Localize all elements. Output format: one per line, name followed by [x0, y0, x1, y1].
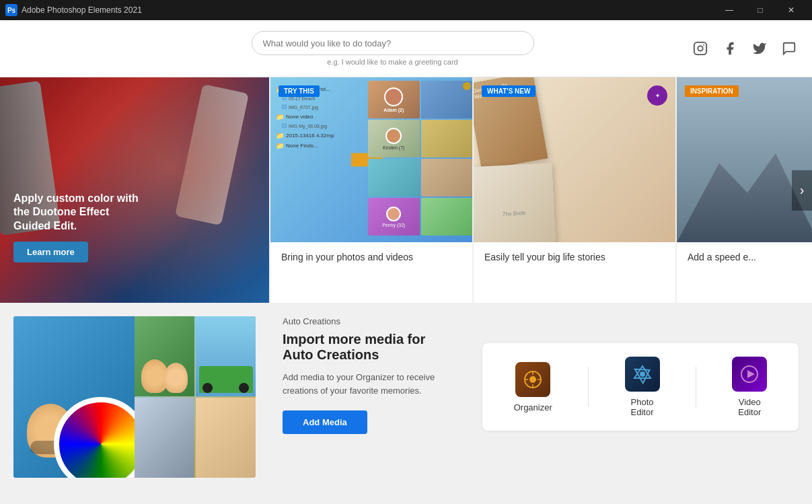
featured-card-background: Apply custom color with the Duotone Effe… [0, 77, 269, 303]
learn-more-button[interactable]: Learn more [13, 242, 88, 262]
search-input[interactable] [252, 31, 534, 55]
divider-2 [696, 367, 696, 407]
svg-point-4 [529, 376, 536, 383]
bring-photos-description: Bring in your photos and videos [281, 252, 462, 262]
collage-cell-1 [135, 316, 194, 396]
social-links [691, 39, 799, 58]
facebook-icon[interactable] [721, 39, 739, 58]
inspiration-badge: INSPIRATION [685, 85, 739, 97]
svg-rect-0 [694, 42, 706, 55]
svg-point-10 [640, 371, 645, 377]
video-editor-icon [732, 357, 767, 392]
photo-editor-icon [625, 357, 660, 392]
collage-cell-3 [135, 398, 194, 478]
auto-creations-image [13, 316, 256, 478]
import-description: Add media to your Organizer to receive c… [283, 371, 455, 397]
bring-photos-card[interactable]: TRY THIS 📁2017-07-01 Krist... 🖼05-17 Bea… [270, 77, 472, 303]
svg-marker-13 [747, 370, 755, 378]
speed-card-content: Add a speed e... [677, 242, 812, 272]
video-editor-label: VideoEditor [738, 397, 761, 417]
search-hint: e.g. I would like to make a greeting car… [327, 58, 457, 66]
ai-badge-icon: ✦ [647, 85, 667, 106]
app-launch-section: Organizer PhotoEditor [482, 343, 799, 431]
featured-card: Apply custom color with the Duotone Effe… [0, 77, 269, 303]
collage-left [13, 316, 135, 478]
life-stories-content: Easily tell your big life stories [474, 242, 675, 272]
chat-icon[interactable] [780, 39, 799, 58]
auto-creations-text: Auto Creations Import more media for Aut… [276, 316, 462, 478]
featured-card-description: Apply custom color with the Duotone Effe… [13, 192, 148, 233]
life-stories-card[interactable]: WHAT'S NEW ✦ Jane & Paul's Wedding The B… [474, 77, 675, 303]
wedding-stack: Jane & Paul's Wedding The Bride The Groo… [474, 77, 675, 242]
collage-cell-2 [196, 316, 256, 396]
carousel-next-button[interactable]: › [792, 170, 812, 211]
organizer-label: Organizer [514, 402, 552, 412]
auto-creations-label: Auto Creations [283, 316, 455, 326]
minimize-button[interactable]: — [714, 0, 745, 20]
close-button[interactable]: ✕ [776, 0, 807, 20]
whats-new-badge: WHAT'S NEW [482, 85, 536, 97]
divider-1 [588, 367, 589, 407]
app-icon: Ps [5, 4, 17, 16]
collage-right [135, 316, 256, 478]
photo-editor-launcher[interactable]: PhotoEditor [612, 350, 673, 424]
maximize-button[interactable]: □ [745, 0, 776, 20]
life-stories-description: Easily tell your big life stories [484, 252, 665, 262]
photo-editor-label: PhotoEditor [631, 397, 654, 417]
svg-point-2 [703, 44, 704, 46]
twitter-icon[interactable] [750, 39, 769, 58]
window-controls: — □ ✕ [714, 0, 807, 20]
instagram-icon[interactable] [691, 39, 710, 58]
video-editor-launcher[interactable]: VideoEditor [718, 350, 780, 424]
bottom-section: Auto Creations Import more media for Aut… [0, 303, 812, 491]
search-container: e.g. I would like to make a greeting car… [94, 31, 691, 66]
speed-card-image: INSPIRATION [677, 77, 812, 242]
speed-card-description: Add a speed e... [688, 252, 807, 262]
svg-point-1 [698, 46, 702, 50]
wedding-book-2: The Bride [474, 163, 557, 242]
featured-card-text: Apply custom color with the Duotone Effe… [13, 192, 148, 262]
bring-photos-content: Bring in your photos and videos [270, 242, 472, 272]
titlebar: Ps Adobe Photoshop Elements 2021 — □ ✕ [0, 0, 812, 20]
life-stories-image: WHAT'S NEW ✦ Jane & Paul's Wedding The B… [474, 77, 675, 242]
try-this-badge: TRY THIS [279, 85, 320, 97]
add-media-button[interactable]: Add Media [283, 410, 367, 434]
app-title: Adobe Photoshop Elements 2021 [22, 5, 714, 15]
organizer-launcher[interactable]: Organizer [501, 355, 566, 419]
header: e.g. I would like to make a greeting car… [0, 20, 812, 77]
bring-photos-image: TRY THIS 📁2017-07-01 Krist... 🖼05-17 Bea… [270, 77, 472, 242]
organizer-icon [515, 362, 550, 397]
carousel: Apply custom color with the Duotone Effe… [0, 77, 812, 303]
main-content: Apply custom color with the Duotone Effe… [0, 77, 812, 504]
import-title: Import more media for Auto Creations [283, 332, 455, 363]
auto-creations-collage [13, 316, 256, 478]
collage-cell-4 [196, 398, 256, 478]
